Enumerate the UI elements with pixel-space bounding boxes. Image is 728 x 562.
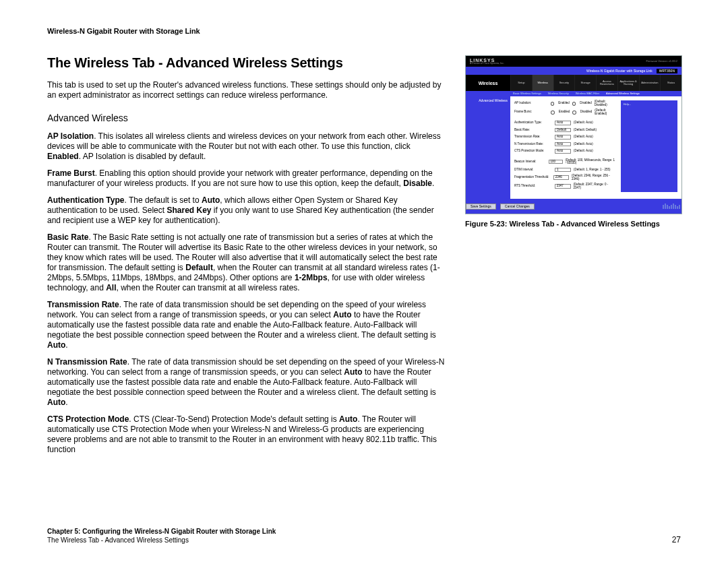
radio-icon[interactable] — [551, 102, 555, 106]
para-basic-rate: Basic Rate. The Basic Rate setting is no… — [47, 232, 446, 293]
fig-body: Advanced Wireless AP Isolation: Enabled … — [466, 96, 681, 199]
fig-help-panel: Help... — [621, 100, 677, 192]
figure-column: LINKSYS A Division of Cisco Systems, Inc… — [465, 55, 681, 228]
rts-input[interactable]: 2347 — [555, 184, 571, 189]
radio-icon[interactable] — [551, 111, 555, 115]
linksys-subbrand: A Division of Cisco Systems, Inc. — [470, 63, 504, 65]
para-cts: CTS Protection Mode. CTS (Clear-To-Send)… — [47, 414, 446, 455]
footer-chapter: Chapter 5: Configuring the Wireless-N Gi… — [47, 527, 276, 536]
running-header: Wireless-N Gigabit Router with Storage L… — [47, 27, 681, 35]
basic-rate-select[interactable]: Default — [555, 128, 571, 133]
term-basic-rate: Basic Rate — [47, 232, 88, 242]
document-page: Wireless-N Gigabit Router with Storage L… — [0, 0, 728, 562]
fig-footer: Save Settings Cancel Changes — [466, 199, 681, 214]
term-auth-type: Authentication Type — [47, 195, 124, 205]
para-frame-burst: Frame Burst. Enabling this option should… — [47, 168, 446, 189]
fig-settings-panel: AP Isolation: Enabled Disabled (Default:… — [510, 96, 681, 199]
cancel-changes-button[interactable]: Cancel Changes — [500, 204, 535, 210]
auth-type-select[interactable]: Auto — [555, 121, 571, 125]
frag-input[interactable]: 2346 — [553, 175, 569, 180]
term-frame-burst: Frame Burst — [47, 168, 95, 178]
fig-product-bar: Wireless-N Gigabit Router with Storage L… — [466, 67, 681, 75]
page-number: 27 — [672, 535, 681, 544]
figure-caption: Figure 5-23: Wireless Tab - Advanced Wir… — [465, 220, 660, 228]
fig-row-frag: Fragmentation Threshold: 2346 (Default: … — [514, 175, 617, 181]
fig-tab-admin[interactable]: Administration — [639, 75, 661, 91]
fig-row-auth-type: Authentication Type: Auto (Default: Auto… — [514, 121, 617, 125]
fig-subtab-mac[interactable]: Wireless MAC Filter — [576, 92, 599, 95]
radio-icon[interactable] — [572, 111, 576, 115]
fig-row-basic-rate: Basic Rate: Default (Default: Default) — [514, 128, 617, 133]
fig-panel-label: Advanced Wireless — [466, 96, 510, 199]
cts-select[interactable]: Auto — [555, 149, 571, 154]
fig-row-cts: CTS Protection Mode: Auto (Default: Auto… — [514, 149, 617, 154]
fig-help-link[interactable]: Help... — [621, 100, 677, 108]
firmware-version: Firmware Version: v1.00.2 — [646, 60, 677, 63]
fig-topbar: LINKSYS A Division of Cisco Systems, Inc… — [466, 56, 681, 67]
radio-icon[interactable] — [572, 102, 576, 106]
term-tx-rate: Transmission Rate — [47, 300, 119, 309]
fig-row-dtim: DTIM Interval: 1 (Default: 1, Range: 1 -… — [514, 168, 617, 173]
term-cts: CTS Protection Mode — [47, 414, 129, 424]
fig-tab-setup[interactable]: Setup — [510, 75, 532, 91]
fig-tabs: Setup Wireless Security Storage Access R… — [510, 75, 681, 91]
n-tx-rate-select[interactable]: Auto — [555, 142, 571, 147]
fig-tab-wireless[interactable]: Wireless — [532, 75, 553, 91]
page-title: The Wireless Tab - Advanced Wireless Set… — [47, 55, 446, 71]
dtim-input[interactable]: 1 — [555, 168, 571, 173]
two-column-layout: The Wireless Tab - Advanced Wireless Set… — [47, 55, 681, 462]
footer-section: The Wireless Tab - Advanced Wireless Set… — [47, 536, 276, 544]
fig-subtab-basic[interactable]: Basic Wireless Settings — [513, 92, 541, 95]
para-auth-type: Authentication Type. The default is set … — [47, 195, 446, 226]
term-n-tx-rate: N Transmission Rate — [47, 357, 127, 367]
fig-tab-storage[interactable]: Storage — [574, 75, 596, 91]
fig-tab-status[interactable]: Status — [660, 75, 681, 91]
fig-subtab-advanced[interactable]: Advanced Wireless Settings — [606, 92, 640, 95]
intro-paragraph: This tab is used to set up the Router's … — [47, 80, 446, 100]
router-admin-screenshot: LINKSYS A Division of Cisco Systems, Inc… — [465, 55, 682, 214]
section-heading: Advanced Wireless — [47, 113, 446, 123]
main-text-column: The Wireless Tab - Advanced Wireless Set… — [47, 55, 446, 462]
cisco-logo-icon — [661, 203, 681, 210]
fig-main-nav: Wireless Setup Wireless Security Storage… — [466, 75, 681, 91]
fig-tab-apps[interactable]: Applications & Gaming — [617, 75, 639, 91]
fig-subtab-security[interactable]: Wireless Security — [548, 92, 569, 95]
para-n-tx-rate: N Transmission Rate. The rate of data tr… — [47, 357, 446, 408]
para-tx-rate: Transmission Rate. The rate of data tran… — [47, 300, 446, 350]
fig-tab-security[interactable]: Security — [553, 75, 575, 91]
fig-subnav: Basic Wireless Settings Wireless Securit… — [466, 91, 681, 96]
term-ap-isolation: AP Isolation — [47, 131, 94, 141]
page-footer: Chapter 5: Configuring the Wireless-N Gi… — [47, 527, 681, 544]
fig-row-beacon: Beacon Interval: 100 (Default: 100, Mill… — [514, 159, 617, 165]
beacon-input[interactable]: 100 — [549, 160, 563, 164]
fig-row-frame-burst: Frame Burst: Enabled Disabled (Default: … — [514, 109, 617, 115]
fig-model: WRT350N — [657, 69, 677, 73]
tx-rate-select[interactable]: Auto — [555, 135, 571, 139]
para-ap-isolation: AP Isolation. This isolates all wireless… — [47, 131, 446, 162]
fig-row-ap-isolation: AP Isolation: Enabled Disabled (Default:… — [514, 100, 617, 106]
fig-tab-access[interactable]: Access Restrictions — [596, 75, 617, 91]
fig-row-n-tx-rate: N Transmission Rate: Auto (Default: Auto… — [514, 142, 617, 147]
fig-row-rts: RTS Threshold: 2347 (Default: 2347, Rang… — [514, 183, 617, 189]
save-settings-button[interactable]: Save Settings — [466, 204, 496, 210]
fig-side-heading: Wireless — [466, 75, 510, 91]
fig-row-tx-rate: Transmission Rate: Auto (Default: Auto) — [514, 135, 617, 139]
fig-product-name: Wireless-N Gigabit Router with Storage L… — [586, 69, 653, 73]
